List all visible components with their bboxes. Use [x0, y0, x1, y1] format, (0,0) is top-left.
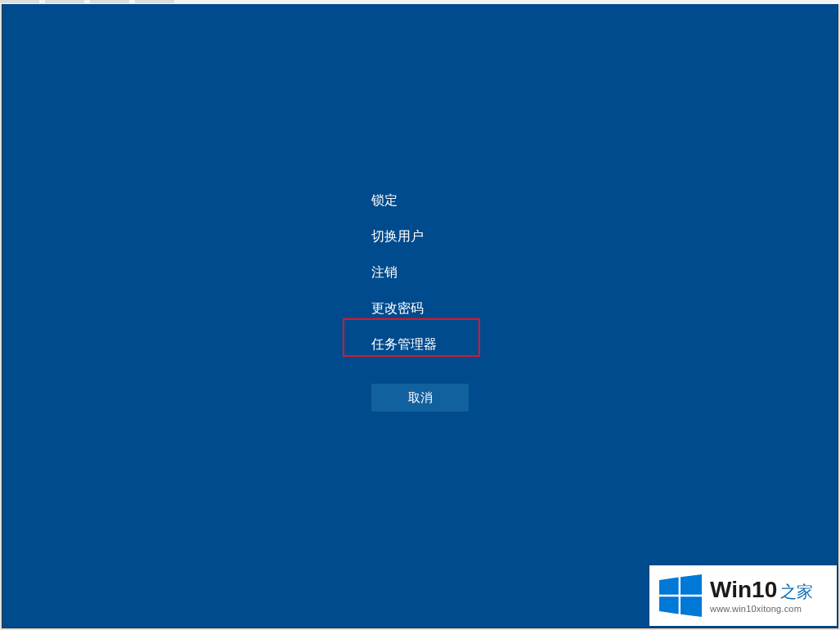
windows-logo-icon [659, 574, 702, 617]
switch-user-option[interactable]: 切换用户 [371, 218, 437, 254]
cancel-button[interactable]: 取消 [371, 384, 469, 412]
window-top-strip [0, 0, 840, 4]
watermark-brand: Win10 [710, 578, 777, 603]
lock-option[interactable]: 锁定 [371, 182, 437, 218]
watermark-url: www.win10xitong.com [710, 604, 813, 614]
watermark-badge: Win10 之家 www.win10xitong.com [649, 565, 837, 626]
task-manager-option[interactable]: 任务管理器 [371, 326, 437, 362]
sign-out-option[interactable]: 注销 [371, 254, 437, 290]
watermark-text: Win10 之家 www.win10xitong.com [710, 578, 813, 614]
security-options-menu: 锁定 切换用户 注销 更改密码 任务管理器 [371, 182, 437, 362]
svg-marker-1 [681, 574, 702, 595]
svg-marker-0 [659, 578, 679, 595]
svg-marker-2 [659, 596, 679, 614]
security-screen: 锁定 切换用户 注销 更改密码 任务管理器 取消 [2, 3, 838, 628]
change-password-option[interactable]: 更改密码 [371, 290, 437, 326]
svg-marker-3 [681, 596, 702, 617]
watermark-suffix: 之家 [780, 583, 813, 601]
